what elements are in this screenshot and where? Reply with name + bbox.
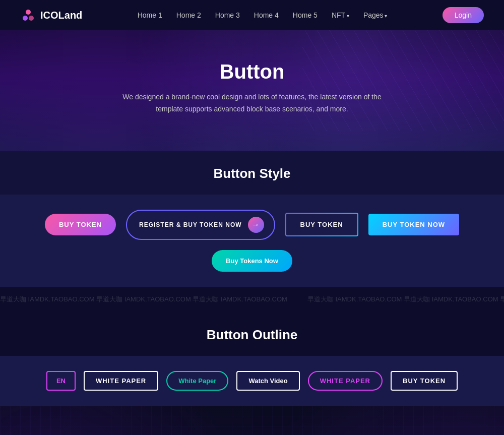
watermark-bar: 早道大咖 IAMDK.TAOBAO.COM 早道大咖 IAMDK.TAOBAO.…	[0, 287, 504, 312]
nav-home5[interactable]: Home 5	[293, 11, 318, 19]
grid-decoration	[0, 406, 504, 435]
buy-token-outline-sharp-button[interactable]: BUY TOKEN	[391, 371, 458, 391]
white-paper-round-button[interactable]: White Paper	[166, 371, 228, 391]
nav-home3[interactable]: Home 3	[215, 11, 240, 19]
en-button[interactable]: EN	[46, 371, 76, 391]
register-label: REGISTER & BUY TOKEN NOW	[139, 221, 242, 228]
login-button[interactable]: Login	[443, 7, 484, 23]
buy-token-button-gradient[interactable]: BUY TOKEN	[45, 214, 116, 235]
button-style-title: Button Style	[0, 151, 504, 195]
arrow-circle-icon: →	[248, 217, 264, 233]
white-paper-sharp-button[interactable]: WHITE PAPER	[84, 371, 158, 391]
white-paper-pink-button[interactable]: WHITE PAPER	[308, 371, 383, 391]
buy-tokens-now-button[interactable]: Buy Tokens Now	[212, 250, 292, 272]
watermark-text-repeat: 早道大咖 IAMDK.TAOBAO.COM 早道大咖 IAMDK.TAOBAO.…	[307, 295, 504, 304]
button-outline-section: EN WHITE PAPER White Paper Watch Video W…	[0, 356, 504, 406]
buy-token-now-button[interactable]: BUY TOKEN NOW	[368, 214, 459, 235]
svg-point-2	[29, 16, 34, 21]
register-buy-token-button[interactable]: REGISTER & BUY TOKEN NOW →	[126, 210, 275, 240]
navbar: ICOLand Home 1 Home 2 Home 3 Home 4 Home…	[0, 0, 504, 30]
button-outline-title: Button Outline	[0, 312, 504, 356]
button-style-section: BUY TOKEN REGISTER & BUY TOKEN NOW → BUY…	[0, 195, 504, 287]
nav-home2[interactable]: Home 2	[176, 11, 201, 19]
watch-video-button[interactable]: Watch Video	[236, 371, 299, 391]
newsletter-section: Don't Miss Out, Stay Updated SUBSCRIBE D…	[0, 406, 504, 435]
nav-nft[interactable]: NFT	[332, 11, 349, 19]
hero-section: Button We designed a brand-new cool desi…	[0, 30, 504, 151]
hero-title: Button	[20, 60, 484, 83]
nav-links: Home 1 Home 2 Home 3 Home 4 Home 5 NFT P…	[138, 11, 388, 20]
svg-point-0	[26, 10, 31, 15]
logo-text: ICOLand	[40, 10, 82, 21]
svg-point-1	[23, 16, 28, 21]
hero-description: We designed a brand-new cool design and …	[121, 91, 383, 115]
nav-home4[interactable]: Home 4	[254, 11, 279, 19]
logo[interactable]: ICOLand	[20, 7, 82, 23]
watermark-text: 早道大咖 IAMDK.TAOBAO.COM 早道大咖 IAMDK.TAOBAO.…	[0, 295, 307, 304]
nav-home1[interactable]: Home 1	[138, 11, 162, 19]
buy-token-outline-button[interactable]: BUY TOKEN	[285, 213, 358, 236]
nav-pages[interactable]: Pages	[363, 11, 387, 19]
logo-icon	[20, 7, 36, 23]
